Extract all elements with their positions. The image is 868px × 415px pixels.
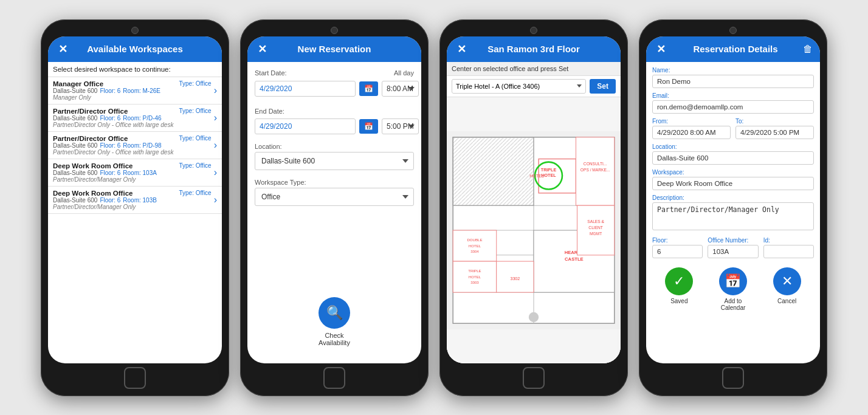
svg-text:TRIPLE: TRIPLE bbox=[468, 269, 481, 273]
home-button-2[interactable] bbox=[323, 367, 345, 389]
svg-text:OPS / MARKE...: OPS / MARKE... bbox=[580, 167, 610, 171]
to-label: To: bbox=[735, 118, 814, 125]
list-item[interactable]: Partner/Director Office Type: Office Dal… bbox=[48, 132, 222, 159]
desc-field-section: Description: bbox=[652, 194, 814, 233]
end-time-select[interactable]: 5:00 PM bbox=[382, 118, 419, 134]
end-cal-icon[interactable]: 📅 bbox=[359, 119, 378, 134]
email-field-label: Email: bbox=[652, 92, 814, 99]
chevron-icon: › bbox=[214, 140, 217, 151]
saved-button[interactable]: ✓ Saved bbox=[665, 267, 693, 311]
chevron-icon: › bbox=[214, 167, 217, 178]
workspace-floor: Floor: 6 bbox=[100, 87, 120, 94]
workspace-location-name: Dallas-Suite 600 bbox=[53, 142, 97, 149]
from-label: From: bbox=[652, 118, 731, 125]
check-availability-label: CheckAvailability bbox=[319, 332, 350, 346]
floor-plan-svg: TRIPLE HOTEL HOTEL CONSULTI... OPS / MAR… bbox=[447, 97, 621, 363]
workspace-item-title: Deep Work Room Office bbox=[53, 162, 133, 170]
close-icon-3[interactable]: ✕ bbox=[454, 43, 469, 56]
workspace-floor: Floor: 6 bbox=[100, 115, 120, 122]
workspace-info: Partner/Director Office Type: Office Dal… bbox=[53, 135, 212, 156]
workspace-type-select[interactable]: Office bbox=[255, 188, 414, 206]
floor-dropdown-row: Triple Hotel - A (Office 3406) Set bbox=[447, 76, 621, 97]
workspace-info: Deep Work Room Office Type: Office Dalla… bbox=[53, 162, 212, 183]
svg-text:CONSULTI...: CONSULTI... bbox=[584, 161, 607, 165]
home-button-1[interactable] bbox=[124, 367, 146, 389]
location-input[interactable] bbox=[652, 151, 814, 165]
list-item[interactable]: Partner/Director Office Type: Office Dal… bbox=[48, 105, 222, 132]
email-input[interactable] bbox=[652, 100, 814, 114]
workspace-item-location: Dallas-Suite 600 Floor: 6 Room: 103B bbox=[53, 197, 212, 204]
end-date-input[interactable] bbox=[255, 118, 356, 134]
svg-text:SALES &: SALES & bbox=[587, 219, 604, 223]
list-item[interactable]: Manager Office Type: Office Dallas-Suite… bbox=[48, 77, 222, 105]
location-select[interactable]: Dallas-Suite 600 bbox=[255, 152, 414, 170]
workspace-item-location: Dallas-Suite 600 Floor: 6 Room: P/D-46 bbox=[53, 115, 212, 122]
to-input[interactable] bbox=[735, 126, 814, 139]
floor-section: Floor: bbox=[652, 237, 703, 258]
floor-label: Floor: bbox=[652, 237, 703, 244]
office-num-label: Office Number: bbox=[708, 237, 758, 244]
end-date-label: End Date: bbox=[255, 108, 284, 115]
workspace-item-name: Deep Work Room Office Type: Office bbox=[53, 162, 212, 170]
workspace-item-name: Partner/Director Office Type: Office bbox=[53, 135, 212, 142]
start-time-select[interactable]: 8:00 AM bbox=[382, 81, 419, 97]
name-input[interactable] bbox=[652, 75, 814, 88]
phone-notch-1 bbox=[131, 27, 139, 34]
to-section: To: bbox=[735, 118, 814, 139]
id-input[interactable] bbox=[763, 245, 814, 258]
trash-icon[interactable]: 🗑 bbox=[803, 44, 813, 55]
action-buttons: ✓ Saved 📅 Add toCalendar ✕ Cancel bbox=[652, 262, 814, 314]
cancel-circle: ✕ bbox=[773, 267, 801, 295]
id-section: Id: bbox=[763, 237, 814, 258]
workspace-desc: Partner/Director Only - Office with larg… bbox=[53, 122, 212, 128]
add-to-calendar-button[interactable]: 📅 Add toCalendar bbox=[719, 267, 747, 311]
workspace-info: Partner/Director Office Type: Office Dal… bbox=[53, 108, 212, 128]
start-date-input[interactable] bbox=[255, 81, 356, 97]
workspace-info: Deep Work Room Office Type: Office Dalla… bbox=[53, 190, 212, 210]
header-3: ✕ San Ramon 3rd Floor bbox=[447, 36, 621, 62]
workspace-room: Room: 103A bbox=[123, 170, 157, 176]
floor-plan-view[interactable]: TRIPLE HOTEL HOTEL CONSULTI... OPS / MAR… bbox=[447, 97, 621, 363]
screen-1: ✕ Available Workspaces Select desired wo… bbox=[48, 36, 222, 363]
workspace-type-label: Workspace Type: bbox=[255, 179, 414, 186]
phone-3: ✕ San Ramon 3rd Floor Center on selected… bbox=[439, 19, 628, 396]
svg-text:DOUBLE: DOUBLE bbox=[467, 238, 482, 242]
screen-4: ✕ Reservation Details 🗑 Name: Email: Fro… bbox=[646, 36, 820, 363]
workspace-item-title: Partner/Director Office bbox=[53, 135, 128, 142]
set-button[interactable]: Set bbox=[590, 79, 616, 94]
svg-text:3304: 3304 bbox=[470, 249, 479, 253]
header-4: ✕ Reservation Details 🗑 bbox=[646, 36, 820, 62]
list-item[interactable]: Deep Work Room Office Type: Office Dalla… bbox=[48, 159, 222, 187]
header-2: ✕ New Reservation bbox=[247, 36, 421, 62]
workspace-floor: Floor: 6 bbox=[100, 142, 120, 149]
location-field-section: Location: bbox=[652, 143, 814, 165]
desc-textarea[interactable] bbox=[652, 202, 814, 230]
id-label: Id: bbox=[763, 237, 814, 244]
workspace-location-name: Dallas-Suite 600 bbox=[53, 170, 97, 176]
home-button-3[interactable] bbox=[523, 367, 545, 389]
check-availability-button[interactable]: 🔍 bbox=[319, 297, 350, 329]
saved-label: Saved bbox=[670, 298, 687, 304]
close-icon-1[interactable]: ✕ bbox=[55, 43, 70, 56]
office-num-input[interactable] bbox=[708, 245, 758, 258]
start-date-section: Start Date: All day 📅 8:00 AM bbox=[255, 69, 414, 97]
saved-circle: ✓ bbox=[665, 267, 693, 295]
start-cal-icon[interactable]: 📅 bbox=[359, 81, 378, 96]
cancel-button[interactable]: ✕ Cancel bbox=[773, 267, 801, 311]
workspace-room: Room: 103B bbox=[123, 197, 157, 204]
from-input[interactable] bbox=[652, 126, 731, 139]
floor-input[interactable] bbox=[652, 245, 703, 258]
workspace-desc: Partner/Director/Manager Only bbox=[53, 176, 212, 183]
list-item[interactable]: Deep Work Room Office Type: Office Dalla… bbox=[48, 187, 222, 214]
close-icon-4[interactable]: ✕ bbox=[653, 43, 668, 56]
header-1: ✕ Available Workspaces bbox=[48, 36, 222, 62]
svg-text:HOTEL: HOTEL bbox=[469, 243, 481, 247]
workspace-item-title: Manager Office bbox=[53, 80, 103, 87]
home-button-4[interactable] bbox=[722, 367, 744, 389]
workspace-desc: Partner/Director/Manager Only bbox=[53, 204, 212, 210]
workspace-item-location: Dallas-Suite 600 Floor: 6 Room: P/D-98 bbox=[53, 142, 212, 149]
office-select[interactable]: Triple Hotel - A (Office 3406) bbox=[452, 79, 586, 94]
workspace-input[interactable] bbox=[652, 177, 814, 190]
close-icon-2[interactable]: ✕ bbox=[255, 43, 269, 56]
end-date-section: End Date: 📅 5:00 PM bbox=[255, 105, 414, 134]
